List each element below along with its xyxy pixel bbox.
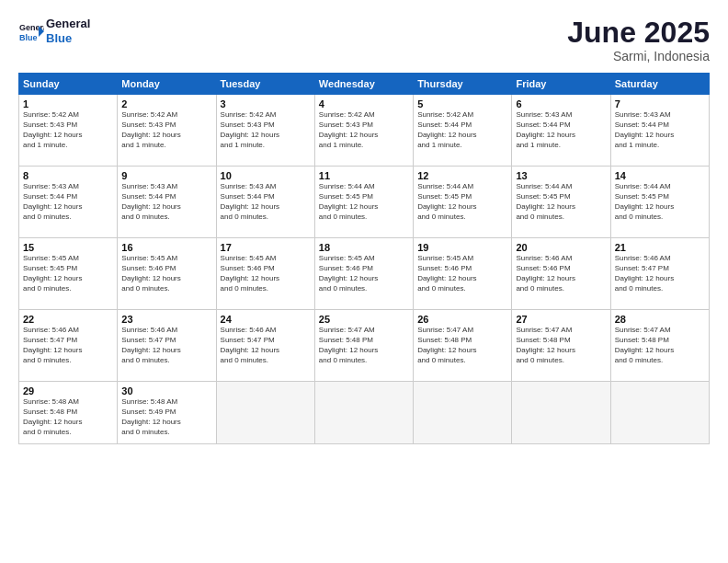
day-cell: 21Sunrise: 5:46 AM Sunset: 5:47 PM Dayli…	[610, 238, 709, 310]
month-year: June 2025	[567, 17, 710, 49]
day-cell	[314, 382, 413, 444]
day-cell	[414, 382, 512, 444]
day-cell: 2Sunrise: 5:42 AM Sunset: 5:43 PM Daylig…	[118, 95, 216, 167]
weekday-tuesday: Tuesday	[216, 74, 314, 95]
day-info: Sunrise: 5:42 AM Sunset: 5:43 PM Dayligh…	[319, 110, 409, 150]
day-cell: 18Sunrise: 5:45 AM Sunset: 5:46 PM Dayli…	[314, 238, 413, 310]
day-info: Sunrise: 5:44 AM Sunset: 5:45 PM Dayligh…	[516, 182, 606, 222]
logo-icon: General Blue	[18, 18, 44, 44]
day-cell: 17Sunrise: 5:45 AM Sunset: 5:46 PM Dayli…	[216, 238, 314, 310]
day-number: 21	[615, 242, 705, 253]
day-number: 9	[121, 170, 211, 181]
day-cell: 20Sunrise: 5:46 AM Sunset: 5:46 PM Dayli…	[512, 238, 610, 310]
day-cell	[216, 382, 314, 444]
day-info: Sunrise: 5:46 AM Sunset: 5:47 PM Dayligh…	[121, 326, 211, 365]
week-row-5: 29Sunrise: 5:48 AM Sunset: 5:48 PM Dayli…	[19, 382, 710, 444]
day-number: 30	[121, 385, 211, 396]
day-cell: 16Sunrise: 5:45 AM Sunset: 5:46 PM Dayli…	[118, 238, 216, 310]
day-number: 16	[121, 242, 211, 253]
calendar-table: SundayMondayTuesdayWednesdayThursdayFrid…	[18, 73, 710, 444]
day-number: 2	[121, 98, 211, 109]
weekday-sunday: Sunday	[19, 74, 118, 95]
day-number: 3	[221, 98, 311, 109]
day-info: Sunrise: 5:45 AM Sunset: 5:46 PM Dayligh…	[121, 254, 211, 293]
day-info: Sunrise: 5:43 AM Sunset: 5:44 PM Dayligh…	[221, 182, 311, 222]
day-cell: 1Sunrise: 5:42 AM Sunset: 5:43 PM Daylig…	[19, 95, 118, 167]
day-cell: 24Sunrise: 5:46 AM Sunset: 5:47 PM Dayli…	[216, 310, 314, 382]
day-cell: 9Sunrise: 5:43 AM Sunset: 5:44 PM Daylig…	[118, 167, 216, 238]
day-info: Sunrise: 5:42 AM Sunset: 5:44 PM Dayligh…	[417, 110, 507, 150]
day-number: 22	[23, 314, 113, 325]
week-row-1: 1Sunrise: 5:42 AM Sunset: 5:43 PM Daylig…	[19, 95, 710, 167]
weekday-thursday: Thursday	[414, 74, 512, 95]
day-number: 27	[516, 314, 606, 325]
day-info: Sunrise: 5:46 AM Sunset: 5:47 PM Dayligh…	[23, 326, 113, 365]
day-number: 20	[516, 242, 606, 253]
day-info: Sunrise: 5:47 AM Sunset: 5:48 PM Dayligh…	[516, 326, 606, 365]
day-number: 10	[221, 170, 311, 181]
day-info: Sunrise: 5:43 AM Sunset: 5:44 PM Dayligh…	[516, 110, 606, 150]
week-row-3: 15Sunrise: 5:45 AM Sunset: 5:45 PM Dayli…	[19, 238, 710, 310]
logo-line2: Blue	[46, 31, 90, 46]
day-number: 11	[319, 170, 409, 181]
day-cell: 29Sunrise: 5:48 AM Sunset: 5:48 PM Dayli…	[19, 382, 118, 444]
day-info: Sunrise: 5:43 AM Sunset: 5:44 PM Dayligh…	[23, 182, 113, 222]
day-info: Sunrise: 5:45 AM Sunset: 5:46 PM Dayligh…	[319, 254, 409, 293]
day-cell: 28Sunrise: 5:47 AM Sunset: 5:48 PM Dayli…	[610, 310, 709, 382]
weekday-friday: Friday	[512, 74, 610, 95]
day-info: Sunrise: 5:43 AM Sunset: 5:44 PM Dayligh…	[615, 110, 705, 150]
day-cell: 3Sunrise: 5:42 AM Sunset: 5:43 PM Daylig…	[216, 95, 314, 167]
day-number: 24	[221, 314, 311, 325]
day-info: Sunrise: 5:47 AM Sunset: 5:48 PM Dayligh…	[319, 326, 409, 365]
logo: General Blue General Blue	[18, 17, 90, 45]
day-info: Sunrise: 5:47 AM Sunset: 5:48 PM Dayligh…	[417, 326, 507, 365]
day-cell: 25Sunrise: 5:47 AM Sunset: 5:48 PM Dayli…	[314, 310, 413, 382]
header: General Blue General Blue June 2025 Sarm…	[18, 17, 710, 63]
day-info: Sunrise: 5:42 AM Sunset: 5:43 PM Dayligh…	[121, 110, 211, 150]
week-row-4: 22Sunrise: 5:46 AM Sunset: 5:47 PM Dayli…	[19, 310, 710, 382]
day-cell: 15Sunrise: 5:45 AM Sunset: 5:45 PM Dayli…	[19, 238, 118, 310]
day-number: 23	[121, 314, 211, 325]
day-cell: 5Sunrise: 5:42 AM Sunset: 5:44 PM Daylig…	[414, 95, 512, 167]
day-number: 18	[319, 242, 409, 253]
weekday-header-row: SundayMondayTuesdayWednesdayThursdayFrid…	[19, 74, 710, 95]
day-number: 26	[417, 314, 507, 325]
day-cell: 13Sunrise: 5:44 AM Sunset: 5:45 PM Dayli…	[512, 167, 610, 238]
day-info: Sunrise: 5:42 AM Sunset: 5:43 PM Dayligh…	[23, 110, 113, 150]
day-cell: 14Sunrise: 5:44 AM Sunset: 5:45 PM Dayli…	[610, 167, 709, 238]
day-info: Sunrise: 5:48 AM Sunset: 5:49 PM Dayligh…	[121, 397, 211, 437]
week-row-2: 8Sunrise: 5:43 AM Sunset: 5:44 PM Daylig…	[19, 167, 710, 238]
day-cell: 22Sunrise: 5:46 AM Sunset: 5:47 PM Dayli…	[19, 310, 118, 382]
day-cell	[610, 382, 709, 444]
day-cell: 23Sunrise: 5:46 AM Sunset: 5:47 PM Dayli…	[118, 310, 216, 382]
day-cell: 4Sunrise: 5:42 AM Sunset: 5:43 PM Daylig…	[314, 95, 413, 167]
day-number: 29	[23, 385, 113, 396]
day-cell	[512, 382, 610, 444]
day-number: 14	[615, 170, 705, 181]
day-info: Sunrise: 5:43 AM Sunset: 5:44 PM Dayligh…	[121, 182, 211, 222]
logo-line1: General	[46, 17, 90, 31]
day-cell: 30Sunrise: 5:48 AM Sunset: 5:49 PM Dayli…	[118, 382, 216, 444]
day-info: Sunrise: 5:45 AM Sunset: 5:46 PM Dayligh…	[417, 254, 507, 293]
day-number: 8	[23, 170, 113, 181]
day-info: Sunrise: 5:42 AM Sunset: 5:43 PM Dayligh…	[221, 110, 311, 150]
title-block: June 2025 Sarmi, Indonesia	[567, 17, 710, 63]
day-info: Sunrise: 5:46 AM Sunset: 5:47 PM Dayligh…	[615, 254, 705, 293]
day-number: 4	[319, 98, 409, 109]
day-cell: 6Sunrise: 5:43 AM Sunset: 5:44 PM Daylig…	[512, 95, 610, 167]
day-info: Sunrise: 5:48 AM Sunset: 5:48 PM Dayligh…	[23, 397, 113, 437]
day-number: 19	[417, 242, 507, 253]
day-cell: 27Sunrise: 5:47 AM Sunset: 5:48 PM Dayli…	[512, 310, 610, 382]
day-number: 5	[417, 98, 507, 109]
day-number: 13	[516, 170, 606, 181]
location: Sarmi, Indonesia	[567, 49, 710, 63]
day-cell: 12Sunrise: 5:44 AM Sunset: 5:45 PM Dayli…	[414, 167, 512, 238]
day-info: Sunrise: 5:44 AM Sunset: 5:45 PM Dayligh…	[319, 182, 409, 222]
day-number: 6	[516, 98, 606, 109]
svg-text:Blue: Blue	[19, 33, 38, 42]
day-number: 7	[615, 98, 705, 109]
day-number: 17	[221, 242, 311, 253]
day-info: Sunrise: 5:45 AM Sunset: 5:45 PM Dayligh…	[23, 254, 113, 293]
day-number: 12	[417, 170, 507, 181]
day-info: Sunrise: 5:46 AM Sunset: 5:46 PM Dayligh…	[516, 254, 606, 293]
